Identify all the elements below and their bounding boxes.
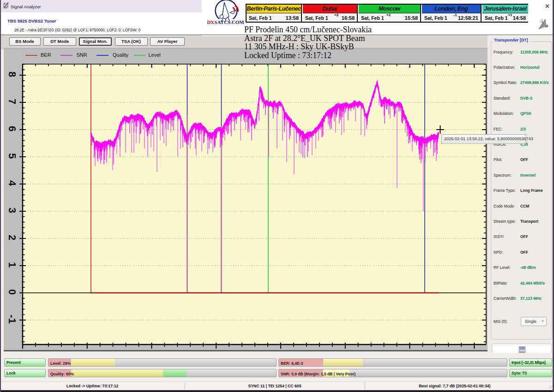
svg-text:8: 8 (6, 71, 18, 77)
svg-text:0: 0 (6, 289, 18, 295)
svg-text:-1: -1 (6, 315, 18, 324)
svg-text:7: 7 (6, 99, 18, 104)
svg-text:2: 2 (6, 235, 18, 240)
svg-text:5: 5 (6, 153, 18, 159)
svg-text:4: 4 (6, 180, 18, 186)
svg-text:DXSATCS.COM: DXSATCS.COM (207, 19, 244, 25)
svg-text:3: 3 (6, 208, 18, 213)
svg-text:6: 6 (6, 126, 18, 131)
svg-text:1: 1 (6, 262, 18, 267)
